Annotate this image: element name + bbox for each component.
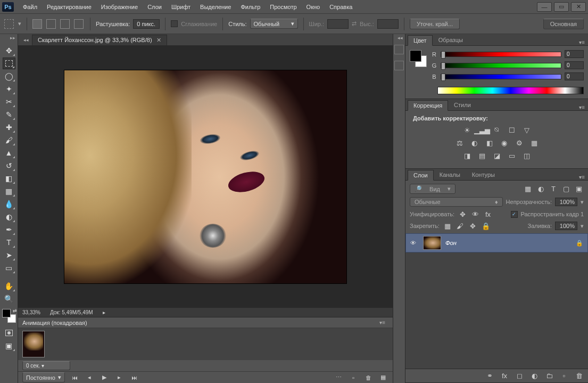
g-input[interactable] [565, 61, 584, 69]
stamp-tool[interactable]: ▲ [3, 147, 15, 159]
layer-visibility-icon[interactable]: 👁 [410, 240, 419, 246]
crop-tool[interactable]: ✂ [3, 96, 15, 108]
g-slider[interactable] [441, 63, 561, 68]
adj-selective-icon[interactable]: ◫ [522, 151, 532, 160]
delete-layer-icon[interactable]: 🗑 [574, 372, 584, 380]
menu-layer[interactable]: Слои [143, 2, 167, 12]
close-tab-icon[interactable]: ✕ [156, 37, 161, 44]
layers-panel-menu-icon[interactable]: ▾≡ [576, 174, 588, 180]
hand-tool[interactable]: ✋ [3, 280, 15, 292]
adj-photofilter-icon[interactable]: ◉ [500, 138, 509, 147]
adjustments-panel-menu-icon[interactable]: ▾≡ [576, 104, 588, 110]
opacity-input[interactable]: 100% [555, 198, 577, 206]
layer-mask-icon[interactable]: ◻ [515, 372, 524, 380]
intersect-selection-icon[interactable] [74, 19, 84, 29]
tab-layers[interactable]: Слои [408, 170, 434, 181]
path-selection-tool[interactable]: ➤ [3, 249, 15, 261]
adj-bw-icon[interactable]: ◧ [485, 138, 494, 147]
close-button[interactable]: ✕ [571, 2, 586, 12]
status-flyout-icon[interactable]: ▸ [103, 309, 105, 315]
menu-edit[interactable]: Редактирование [42, 2, 96, 12]
adj-posterize-icon[interactable]: ▤ [477, 151, 487, 160]
spectrum-ramp[interactable] [437, 87, 584, 94]
r-input[interactable] [565, 50, 584, 58]
adj-curves-icon[interactable]: ⦰ [492, 126, 502, 134]
lock-position-icon[interactable]: ✥ [468, 222, 478, 230]
adj-invert-icon[interactable]: ◨ [462, 151, 472, 160]
layer-fx-icon[interactable]: fx [500, 372, 509, 380]
tween-icon[interactable]: ⋯ [333, 373, 344, 382]
tab-paths[interactable]: Контуры [466, 169, 501, 180]
lock-paint-icon[interactable]: 🖌 [456, 222, 465, 230]
fill-dropdown-icon[interactable]: ▾ [581, 223, 584, 230]
adj-hue-icon[interactable]: ⚖ [455, 138, 465, 147]
tab-channels[interactable]: Каналы [434, 169, 466, 180]
adj-levels-icon[interactable]: ▁▃▅ [477, 126, 487, 134]
panel-fgbg-swatch[interactable] [410, 50, 427, 67]
layer-name[interactable]: Фон [445, 240, 572, 246]
shape-tool[interactable]: ▭ [3, 262, 15, 274]
pen-tool[interactable]: ✒ [3, 224, 15, 235]
blur-tool[interactable]: 💧 [3, 198, 15, 210]
r-slider[interactable] [441, 52, 561, 57]
timeline-mode-icon[interactable]: ▦ [378, 373, 388, 382]
feather-input[interactable] [133, 19, 160, 29]
delete-frame-icon[interactable]: 🗑 [363, 373, 374, 382]
filter-type-icon[interactable]: T [549, 185, 558, 193]
unify-style-icon[interactable]: fx [483, 210, 493, 218]
zoom-tool[interactable]: 🔍 [3, 293, 15, 305]
new-adjustment-layer-icon[interactable]: ◐ [529, 372, 539, 380]
adj-exposure-icon[interactable]: ☐ [507, 126, 517, 134]
new-layer-icon[interactable]: ▫ [559, 372, 569, 380]
menu-window[interactable]: Окно [302, 2, 325, 12]
gutter-history-icon[interactable] [394, 45, 404, 54]
layer-thumbnail[interactable] [423, 236, 441, 250]
tab-styles[interactable]: Стили [448, 100, 477, 110]
filter-pixel-icon[interactable]: ▦ [523, 185, 533, 193]
b-slider[interactable] [441, 74, 561, 79]
style-select[interactable]: Обычный▾ [250, 19, 298, 29]
layer-row[interactable]: 👁 Фон 🔒 [405, 233, 588, 252]
subtract-selection-icon[interactable] [60, 19, 70, 29]
fill-input[interactable]: 100% [555, 222, 577, 230]
collapse-doc-icon[interactable]: ◂◂ [23, 37, 29, 43]
filter-adjust-icon[interactable]: ◐ [536, 185, 545, 193]
screenmode-tool[interactable]: ▣ [3, 340, 15, 352]
lock-pixels-icon[interactable]: ▦ [443, 222, 452, 230]
filter-smart-icon[interactable]: ▣ [574, 185, 584, 193]
tab-color[interactable]: Цвет [408, 35, 433, 46]
gradient-tool[interactable]: ▦ [3, 185, 15, 197]
quickmask-tool[interactable] [3, 327, 15, 339]
history-brush-tool[interactable]: ↺ [3, 160, 15, 172]
eyedropper-tool[interactable]: ✎ [3, 109, 15, 120]
new-group-icon[interactable]: 🗀 [544, 372, 554, 380]
unify-visibility-icon[interactable]: 👁 [470, 210, 480, 218]
zoom-readout[interactable]: 33,33% [22, 309, 40, 315]
workspace-button[interactable]: Основная [543, 19, 584, 29]
first-frame-icon[interactable]: ⏮ [69, 373, 80, 382]
eraser-tool[interactable]: ◧ [3, 173, 15, 184]
link-layers-icon[interactable]: ⚭ [485, 372, 494, 380]
adj-brightness-icon[interactable]: ☀ [462, 126, 472, 134]
animation-panel-menu-icon[interactable]: ▾≡ [376, 320, 388, 325]
adj-colorlookup-icon[interactable]: ▦ [529, 138, 539, 147]
unify-position-icon[interactable]: ✥ [458, 210, 467, 218]
gutter-collapse-icon[interactable]: ◂◂ [397, 35, 403, 40]
propagate-checkbox[interactable]: ✓ [511, 211, 518, 218]
maximize-button[interactable]: ▭ [554, 2, 569, 12]
move-tool[interactable]: ✥ [3, 45, 15, 56]
minimize-button[interactable]: — [537, 2, 552, 12]
type-tool[interactable]: T [3, 237, 15, 248]
tool-preset-icon[interactable] [4, 19, 14, 29]
doc-size-readout[interactable]: Док: 5,49M/5,49M [50, 309, 93, 315]
color-fgbg[interactable]: ⇄ [2, 309, 16, 323]
adj-threshold-icon[interactable]: ◪ [492, 151, 502, 160]
refine-edge-button[interactable]: Уточн. край... [410, 19, 460, 29]
filter-kind-select[interactable]: 🔎 Вид ▾ [410, 184, 456, 194]
canvas-viewport[interactable] [18, 46, 393, 307]
collapse-tools-icon[interactable]: ▸▸ [10, 35, 15, 40]
healing-tool[interactable]: ✚ [3, 121, 15, 133]
adj-vibrance-icon[interactable]: ▽ [522, 126, 532, 134]
menu-help[interactable]: Справка [325, 2, 357, 12]
menu-file[interactable]: Файл [18, 2, 42, 12]
